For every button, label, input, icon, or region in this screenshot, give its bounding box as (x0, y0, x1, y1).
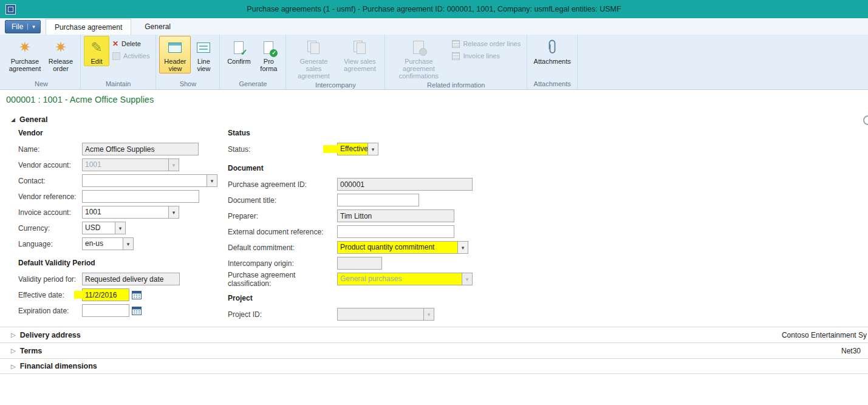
validity-period-for-field: Requested delivery date (82, 273, 180, 285)
delivery-address-summary: Contoso Entertainment Sy (782, 331, 867, 339)
default-validity-period-subheader: Default Validity Period (18, 259, 225, 271)
tab-purchase-agreement[interactable]: Purchase agreement (46, 19, 131, 35)
invoice-lines-button: Invoice lines (449, 50, 524, 62)
purchase-agreement-id-field: 000001 (337, 178, 473, 191)
ribbon-group-maintain: ✎ Edit ✕ Delete Activities Maintain (81, 35, 156, 89)
delete-button[interactable]: ✕ Delete (109, 38, 152, 50)
group-label-new: New (5, 80, 77, 89)
invoice-account-label: Invoice account: (18, 208, 82, 217)
contact-combo[interactable]: ▾ (82, 174, 217, 187)
release-order-button[interactable]: ✷ Release order (44, 36, 77, 73)
expiration-date-label: Expiration date: (18, 307, 82, 315)
external-document-reference-input[interactable] (337, 225, 454, 238)
name-label: Name: (18, 145, 82, 154)
section-options-icon[interactable] (863, 115, 868, 125)
currency-combo[interactable]: USD ▾ (82, 222, 126, 234)
field-row-purchase-agreement-id: Purchase agreement ID: 000001 (228, 178, 489, 191)
vendor-reference-input[interactable] (82, 190, 199, 203)
edit-pencil-icon: ✎ (91, 40, 102, 55)
purchase-agreements-window: Purchase agreements (1 - usmf) - Purchas… (0, 0, 868, 405)
default-commitment-label: Default commitment: (228, 243, 337, 252)
collapsed-triangle-icon: ▷ (11, 363, 16, 370)
purchase-agreement-id-label: Purchase agreement ID: (228, 180, 337, 189)
release-order-icon: ✷ (55, 39, 67, 55)
highlight-mark (323, 145, 338, 153)
field-row-default-commitment: Default commitment: Product quantity com… (228, 241, 489, 254)
activities-button: Activities (109, 50, 152, 62)
highlight-mark (74, 291, 83, 299)
section-financial-dimensions[interactable]: ▷ Financial dimensions (0, 358, 868, 374)
section-general-header[interactable]: ◢ General (0, 109, 868, 125)
group-label-generate: Generate (223, 80, 282, 89)
dropdown-arrow-icon[interactable]: ▾ (168, 206, 179, 218)
window-title: Purchase agreements (1 - usmf) - Purchas… (0, 5, 868, 13)
ribbon-group-new: ✷ Purchase agreement ✷ Release order New (2, 35, 81, 89)
effective-date-input[interactable] (82, 288, 129, 301)
tab-general[interactable]: General (136, 19, 179, 35)
status-label: Status: (228, 145, 337, 154)
line-view-button[interactable]: Line view (191, 36, 216, 73)
field-row-name: Name: Acme Office Supplies (18, 143, 225, 155)
dropdown-arrow-icon[interactable]: ▾ (115, 222, 125, 234)
edit-button[interactable]: ✎ Edit (84, 36, 109, 66)
purchase-agreement-classification-combo: General purchases ▾ (337, 273, 473, 285)
field-row-intercompany-origin: Intercompany origin: (228, 257, 489, 270)
file-menu-button[interactable]: File ▾ (5, 20, 41, 33)
intercompany-origin-label: Intercompany origin: (228, 259, 337, 268)
field-row-vendor-account: Vendor account: 1001 ▾ (18, 158, 225, 171)
section-terms[interactable]: ▷ Terms Net30 (0, 342, 868, 358)
dropdown-arrow-icon[interactable]: ▾ (207, 175, 217, 186)
purchase-agreement-classification-label: Purchase agreement classification: (228, 271, 337, 288)
ribbon: ✷ Purchase agreement ✷ Release order New… (0, 35, 868, 90)
vendor-account-combo: 1001 ▾ (82, 158, 179, 171)
ribbon-group-intercompany: Generate sales agreement View sales agre… (286, 35, 385, 89)
field-row-currency: Currency: USD ▾ (18, 222, 225, 234)
group-label-attachments: Attachments (530, 80, 574, 89)
ribbon-group-show: Header view Line view Show (156, 35, 220, 89)
calendar-icon[interactable] (132, 306, 142, 316)
dropdown-arrow-icon: ▾ (462, 273, 472, 285)
record-title: 000001 : 1001 - Acme Office Supplies (6, 95, 154, 104)
form-right-column: Status Status: Effective ▾ Document Purc… (228, 129, 489, 324)
new-purchase-agreement-button[interactable]: ✷ Purchase agreement (5, 36, 44, 73)
confirmations-icon (413, 41, 424, 54)
purchase-agreement-icon: ✷ (19, 39, 31, 55)
pro-forma-button[interactable]: ✓ Pro forma (255, 36, 282, 73)
titlebar: Purchase agreements (1 - usmf) - Purchas… (0, 0, 868, 18)
dropdown-arrow-icon: ▾ (168, 159, 179, 171)
dropdown-arrow-icon[interactable]: ▾ (367, 143, 378, 155)
terms-summary-link[interactable]: Net30 (841, 347, 861, 355)
document-title-input[interactable] (337, 194, 419, 206)
field-row-contact: Contact: ▾ (18, 174, 225, 187)
confirm-button[interactable]: ✓ Confirm (223, 36, 255, 66)
project-subheader: Project (228, 294, 489, 306)
group-label-related-information: Related information (388, 81, 524, 90)
dropdown-arrow-icon[interactable]: ▾ (123, 238, 133, 250)
expiration-date-input[interactable] (82, 304, 129, 317)
generate-sales-agreement-icon (307, 41, 320, 54)
invoice-account-combo[interactable]: 1001 ▾ (82, 206, 179, 219)
dropdown-arrow-icon[interactable]: ▾ (457, 242, 468, 253)
field-row-invoice-account: Invoice account: 1001 ▾ (18, 206, 225, 219)
status-combo[interactable]: Effective ▾ (337, 143, 378, 155)
default-commitment-combo[interactable]: Product quantity commitment ▾ (337, 241, 468, 254)
pro-forma-icon: ✓ (264, 41, 273, 54)
header-view-button[interactable]: Header view (159, 36, 191, 73)
ribbon-empty-area (578, 35, 868, 89)
project-id-combo: ▾ (337, 308, 434, 321)
field-row-language: Language: en-us ▾ (18, 237, 225, 250)
group-label-maintain: Maintain (84, 80, 152, 89)
general-form: Vendor Name: Acme Office Supplies Vendor… (0, 125, 868, 327)
attachments-button[interactable]: Attachments (530, 36, 574, 66)
activities-icon (112, 52, 120, 60)
view-sales-agreement-button: View sales agreement (338, 36, 381, 73)
vendor-subheader: Vendor (18, 129, 225, 141)
view-sales-agreement-icon (354, 41, 366, 54)
project-id-label: Project ID: (228, 310, 337, 319)
calendar-icon[interactable] (132, 290, 142, 300)
section-delivery-address[interactable]: ▷ Delivery address Contoso Entertainment… (0, 327, 868, 342)
purchase-agreement-confirmations-button: Purchase agreement confirmations (388, 36, 449, 81)
field-row-project-id: Project ID: ▾ (228, 308, 489, 321)
external-document-reference-label: External document reference: (228, 228, 337, 236)
language-combo[interactable]: en-us ▾ (82, 237, 134, 250)
